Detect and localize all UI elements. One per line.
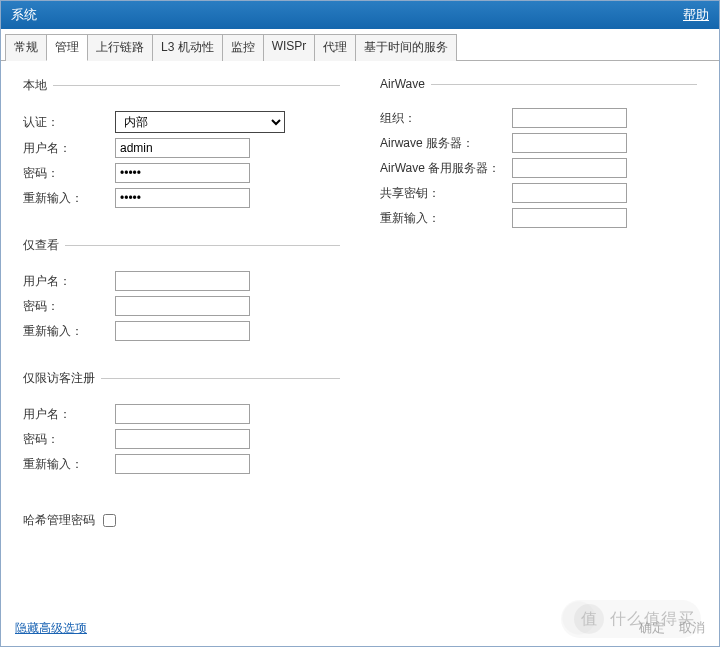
system-window: 系统 帮助 常规 管理 上行链路 L3 机动性 监控 WISPr 代理 基于时间…: [0, 0, 720, 647]
local-section: 本地 认证： 内部 用户名： 密码： 重新输入：: [23, 77, 340, 227]
ok-button[interactable]: 确定: [639, 619, 665, 637]
viewonly-retype-label: 重新输入：: [23, 323, 115, 340]
content-area: 本地 认证： 内部 用户名： 密码： 重新输入：: [1, 61, 719, 612]
tab-admin[interactable]: 管理: [46, 34, 88, 61]
window-title: 系统: [11, 6, 37, 24]
guest-pass-label: 密码：: [23, 431, 115, 448]
local-retype-input[interactable]: [115, 188, 250, 208]
footer-buttons: 确定 取消: [639, 619, 705, 637]
hide-advanced-link[interactable]: 隐藏高级选项: [15, 620, 87, 637]
local-user-input[interactable]: [115, 138, 250, 158]
cancel-button[interactable]: 取消: [679, 619, 705, 637]
help-link[interactable]: 帮助: [683, 6, 709, 24]
tab-general[interactable]: 常规: [5, 34, 47, 61]
tab-monitor[interactable]: 监控: [222, 34, 264, 61]
hash-label: 哈希管理密码: [23, 512, 95, 529]
viewonly-section: 仅查看 用户名： 密码： 重新输入：: [23, 237, 340, 360]
tab-strip: 常规 管理 上行链路 L3 机动性 监控 WISPr 代理 基于时间的服务: [1, 29, 719, 61]
airwave-org-input[interactable]: [512, 108, 627, 128]
airwave-server-input[interactable]: [512, 133, 627, 153]
auth-select[interactable]: 内部: [115, 111, 285, 133]
airwave-server-label: Airwave 服务器：: [380, 135, 512, 152]
airwave-backup-input[interactable]: [512, 158, 627, 178]
viewonly-pass-input[interactable]: [115, 296, 250, 316]
guest-section: 仅限访客注册 用户名： 密码： 重新输入：: [23, 370, 340, 493]
auth-label: 认证：: [23, 114, 115, 131]
local-pass-label: 密码：: [23, 165, 115, 182]
local-user-label: 用户名：: [23, 140, 115, 157]
local-legend: 本地: [23, 77, 53, 94]
hash-checkbox[interactable]: [103, 514, 116, 527]
guest-retype-label: 重新输入：: [23, 456, 115, 473]
airwave-shared-input[interactable]: [512, 183, 627, 203]
footer: 隐藏高级选项 确定 取消: [1, 610, 719, 646]
airwave-section: AirWave 组织： Airwave 服务器： AirWave 备用服务器： …: [380, 77, 697, 247]
airwave-legend: AirWave: [380, 77, 431, 91]
tab-proxy[interactable]: 代理: [314, 34, 356, 61]
local-retype-label: 重新输入：: [23, 190, 115, 207]
left-column: 本地 认证： 内部 用户名： 密码： 重新输入：: [23, 77, 340, 596]
local-pass-input[interactable]: [115, 163, 250, 183]
viewonly-pass-label: 密码：: [23, 298, 115, 315]
guest-user-label: 用户名：: [23, 406, 115, 423]
viewonly-retype-input[interactable]: [115, 321, 250, 341]
guest-pass-input[interactable]: [115, 429, 250, 449]
viewonly-legend: 仅查看: [23, 237, 65, 254]
tab-l3-mobility[interactable]: L3 机动性: [152, 34, 223, 61]
viewonly-user-label: 用户名：: [23, 273, 115, 290]
tab-uplink[interactable]: 上行链路: [87, 34, 153, 61]
guest-legend: 仅限访客注册: [23, 370, 101, 387]
guest-user-input[interactable]: [115, 404, 250, 424]
guest-retype-input[interactable]: [115, 454, 250, 474]
title-bar: 系统 帮助: [1, 1, 719, 29]
airwave-org-label: 组织：: [380, 110, 512, 127]
right-column: AirWave 组织： Airwave 服务器： AirWave 备用服务器： …: [380, 77, 697, 596]
viewonly-user-input[interactable]: [115, 271, 250, 291]
tab-wispr[interactable]: WISPr: [263, 34, 316, 61]
tab-time-services[interactable]: 基于时间的服务: [355, 34, 457, 61]
hash-row: 哈希管理密码: [23, 511, 340, 530]
airwave-retype-label: 重新输入：: [380, 210, 512, 227]
airwave-retype-input[interactable]: [512, 208, 627, 228]
airwave-shared-label: 共享密钥：: [380, 185, 512, 202]
airwave-backup-label: AirWave 备用服务器：: [380, 160, 512, 177]
